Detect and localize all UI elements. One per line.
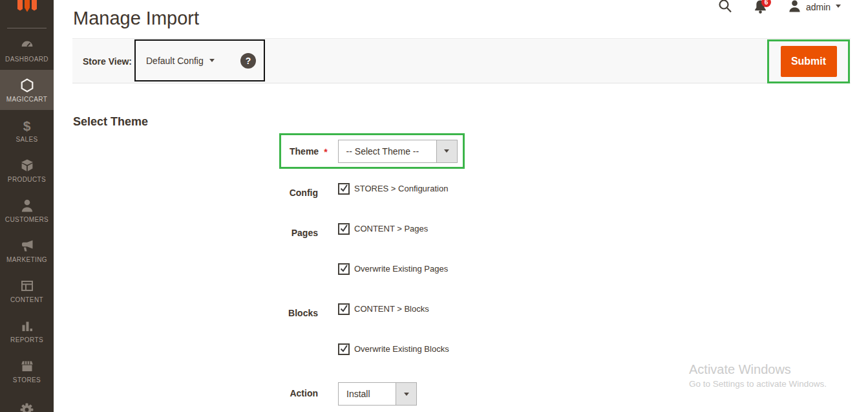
checkbox-content-pages[interactable]: CONTENT > Pages (338, 223, 428, 235)
page-title: Manage Import (73, 8, 199, 29)
checkbox-label: STORES > Configuration (354, 184, 448, 193)
annotation-box-submit: Submit (767, 39, 850, 83)
magento-admin-screen: DASHBOARD MAGICCART $ SALES PRODUCTS (0, 0, 868, 412)
checkbox-checked-icon (338, 223, 350, 235)
action-field-label: Action (246, 388, 318, 398)
magiccart-hexagon-icon (19, 78, 35, 94)
sidebar-item-label: CUSTOMERS (5, 216, 48, 223)
sidebar-item-reports[interactable]: REPORTS (0, 310, 54, 351)
chevron-down-icon (444, 149, 449, 153)
sidebar-item-products[interactable]: PRODUCTS (0, 150, 54, 190)
blocks-field-label: Blocks (246, 308, 318, 318)
header-actions: 6 admin (711, 0, 868, 18)
sidebar-item-label: SALES (16, 136, 37, 143)
annotation-box-theme: Theme * -- Select Theme -- (279, 133, 465, 169)
activate-windows-watermark: Activate Windows (689, 362, 791, 377)
sidebar-item-label: REPORTS (10, 336, 43, 343)
sidebar-divider (7, 28, 47, 28)
sidebar-item-sales[interactable]: $ SALES (0, 110, 54, 150)
magento-logo-icon[interactable] (0, 0, 54, 28)
activate-windows-watermark-sub: Go to Settings to activate Windows. (689, 379, 827, 389)
action-select-value: Install (339, 383, 396, 405)
theme-field-label: Theme (290, 146, 319, 157)
select-caret-button[interactable] (436, 140, 457, 162)
sidebar-item-magiccart[interactable]: MAGICCART (0, 70, 54, 110)
admin-user-menu[interactable]: admin (787, 0, 841, 14)
search-icon[interactable] (717, 0, 733, 17)
sidebar-nav: DASHBOARD MAGICCART $ SALES PRODUCTS (0, 30, 54, 412)
required-asterisk: * (324, 147, 327, 157)
content-layout-icon (19, 278, 35, 294)
sidebar-item-stores[interactable]: STORES (0, 351, 54, 391)
sidebar-item-label: PRODUCTS (8, 176, 46, 183)
submit-button[interactable]: Submit (781, 46, 837, 77)
marketing-megaphone-icon (19, 238, 35, 254)
checkbox-label: CONTENT > Blocks (354, 304, 429, 314)
checkbox-overwrite-existing-blocks[interactable]: Overwrite Existing Blocks (338, 343, 449, 355)
sidebar-item-label: CONTENT (10, 296, 43, 303)
config-field-label: Config (246, 188, 318, 198)
reports-barchart-icon (19, 318, 35, 334)
chevron-down-icon (209, 59, 215, 62)
select-caret-button[interactable] (396, 383, 416, 405)
checkbox-stores-configuration[interactable]: STORES > Configuration (338, 183, 448, 195)
section-heading: Select Theme (73, 115, 148, 129)
notification-count-badge: 6 (761, 0, 771, 7)
store-view-switcher[interactable]: Default Config (146, 56, 215, 66)
store-view-value: Default Config (146, 56, 204, 66)
system-gear-icon (19, 402, 35, 412)
sidebar-item-customers[interactable]: CUSTOMERS (0, 190, 54, 230)
sidebar-item-label: MAGICCART (6, 96, 47, 103)
pages-field-label: Pages (246, 228, 318, 238)
checkbox-label: CONTENT > Pages (354, 224, 428, 233)
checkbox-label: Overwrite Existing Blocks (354, 344, 449, 354)
chevron-down-icon (836, 5, 841, 8)
page-actions-toolbar: Store View: Default Config ? Submit (72, 38, 851, 83)
admin-avatar-icon (787, 0, 802, 14)
sidebar-item-label: MARKETING (6, 256, 47, 263)
checkbox-checked-icon (338, 303, 350, 315)
action-select[interactable]: Install (338, 382, 417, 406)
products-box-icon (19, 158, 35, 174)
admin-sidebar: DASHBOARD MAGICCART $ SALES PRODUCTS (0, 0, 54, 412)
stores-storefront-icon (19, 358, 35, 374)
checkbox-label: Overwrite Existing Pages (354, 264, 448, 274)
sidebar-item-label: STORES (13, 376, 41, 384)
sidebar-item-marketing[interactable]: MARKETING (0, 230, 54, 270)
sales-dollar-icon: $ (23, 118, 31, 134)
checkbox-checked-icon (338, 183, 350, 195)
checkbox-checked-icon (338, 343, 350, 355)
customers-person-icon (19, 198, 35, 214)
theme-select[interactable]: -- Select Theme -- (338, 140, 458, 163)
sidebar-item-label: DASHBOARD (5, 56, 48, 63)
checkbox-overwrite-existing-pages[interactable]: Overwrite Existing Pages (338, 263, 448, 275)
theme-select-value: -- Select Theme -- (339, 140, 436, 162)
sidebar-item-dashboard[interactable]: DASHBOARD (0, 30, 54, 70)
checkbox-checked-icon (338, 263, 350, 275)
sidebar-item-content[interactable]: CONTENT (0, 270, 54, 310)
checkbox-content-blocks[interactable]: CONTENT > Blocks (338, 303, 429, 315)
store-view-label: Store View: (83, 56, 132, 67)
dashboard-icon (19, 38, 35, 54)
annotation-box-store-view: Default Config ? (134, 39, 265, 81)
sidebar-item-system[interactable] (0, 391, 54, 412)
chevron-down-icon (404, 393, 409, 396)
admin-username: admin (806, 2, 831, 12)
help-icon[interactable]: ? (240, 53, 256, 69)
